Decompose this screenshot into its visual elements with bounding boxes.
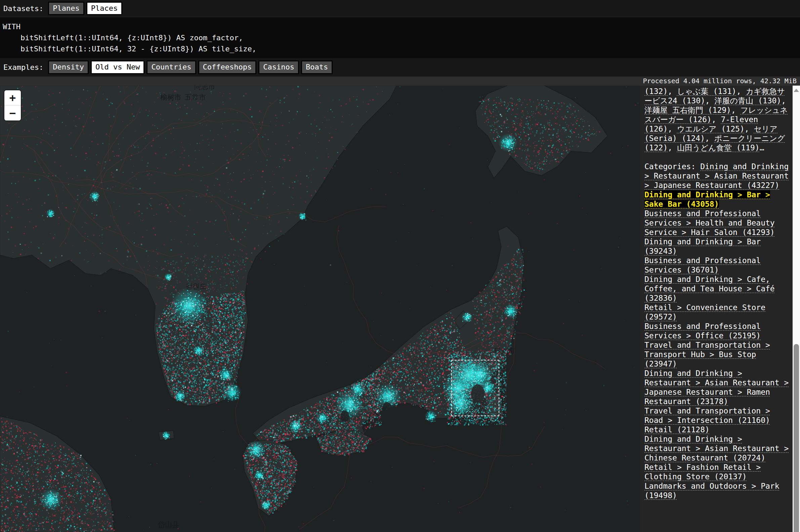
datasets-label: Datasets: (3, 4, 43, 13)
example-button-density[interactable]: Density (48, 60, 89, 74)
dataset-button-places[interactable]: Places (86, 2, 122, 15)
category-link[interactable]: Dining and Drinking > Bar (39243) (644, 237, 761, 255)
map[interactable]: + − (0, 86, 640, 532)
category-link[interactable]: Business and Professional Services > Hea… (644, 209, 775, 236)
category-link[interactable]: Landmarks and Outdoors > Park (19498) (644, 482, 780, 500)
zoom-in-button[interactable]: + (4, 90, 21, 106)
category-link[interactable]: Dining and Drinking > Restaurant > Asian… (644, 369, 788, 406)
sql-editor[interactable]: WITH bitShiftLeft(1::UInt64, {z:UInt8}) … (0, 17, 800, 58)
category-link[interactable]: Business and Professional Services (3670… (644, 256, 761, 274)
example-button-casinos[interactable]: Casinos (258, 60, 299, 74)
examples-label: Examples: (3, 63, 43, 72)
category-link[interactable]: Travel and Transportation > Transport Hu… (644, 341, 770, 368)
example-button-countries[interactable]: Countries (146, 60, 196, 74)
datasets-bar: Datasets: PlanesPlaces (0, 0, 800, 17)
brand-link[interactable]: 山田うどん食堂 (119) (677, 143, 760, 152)
brand-link[interactable]: 洋麺屋 五右衛門 (129) (644, 106, 731, 114)
example-button-boats[interactable]: Boats (301, 60, 333, 74)
scrollbar-up-arrow-icon[interactable] (794, 89, 799, 92)
category-link[interactable]: Dining and Drinking > Restaurant > Asian… (644, 435, 788, 462)
brand-link[interactable]: (132) (644, 87, 668, 96)
stats-sidebar: (132), しゃぶ葉 (131), カギ救急サービス24 (130), 洋服の… (640, 86, 793, 532)
zoom-out-button[interactable]: − (4, 106, 21, 120)
scrollbar-thumb[interactable] (794, 344, 799, 532)
top-names-list: (132), しゃぶ葉 (131), カギ救急サービス24 (130), 洋服の… (644, 87, 789, 152)
category-link[interactable]: Retail > Convenience Store (29572) (644, 303, 765, 321)
page-scrollbar[interactable] (793, 86, 800, 532)
category-link[interactable]: Dining and Drinking > Bar > Sake Bar (43… (644, 190, 770, 208)
categories-list: Categories: Dining and Drinking > Restau… (644, 162, 789, 500)
brand-link[interactable]: ウエルシア (125) (677, 125, 745, 133)
brand-link[interactable]: しゃぶ葉 (131) (677, 87, 737, 96)
status-strip: Processed 4.04 million rows, 42.32 MiB (0, 77, 800, 86)
processed-rows-status: Processed 4.04 million rows, 42.32 MiB (643, 77, 797, 85)
sql-query[interactable]: WITH bitShiftLeft(1::UInt64, {z:UInt8}) … (3, 21, 796, 54)
categories-label: Categories: (644, 162, 700, 171)
example-button-coffeeshops[interactable]: Coffeeshops (198, 60, 257, 74)
map-canvas[interactable] (0, 86, 640, 532)
examples-buttons: DensityOld vs NewCountriesCoffeeshopsCas… (48, 60, 335, 74)
example-button-old-vs-new[interactable]: Old vs New (91, 60, 144, 74)
datasets-buttons: PlanesPlaces (48, 2, 124, 15)
map-selection-rect[interactable] (451, 360, 499, 416)
category-link[interactable]: Travel and Transportation > Road > Inter… (644, 406, 770, 424)
map-zoom-control: + − (4, 90, 21, 120)
category-link[interactable]: Dining and Drinking > Cafe, Coffee, and … (644, 275, 775, 302)
brand-link[interactable]: 洋服の青山 (130) (715, 96, 782, 105)
examples-bar: Examples: DensityOld vs NewCountriesCoff… (0, 58, 800, 77)
category-link[interactable]: Retail (21128) (644, 425, 710, 434)
app: Datasets: PlanesPlaces WITH bitShiftLeft… (0, 0, 800, 532)
category-link[interactable]: Retail > Fashion Retail > Clothing Store… (644, 463, 761, 481)
category-link[interactable]: Business and Professional Services > Off… (644, 322, 761, 340)
main-area: + − (132), しゃぶ葉 (131), カギ救急サービス24 (130),… (0, 86, 800, 532)
dataset-button-planes[interactable]: Planes (48, 2, 84, 15)
